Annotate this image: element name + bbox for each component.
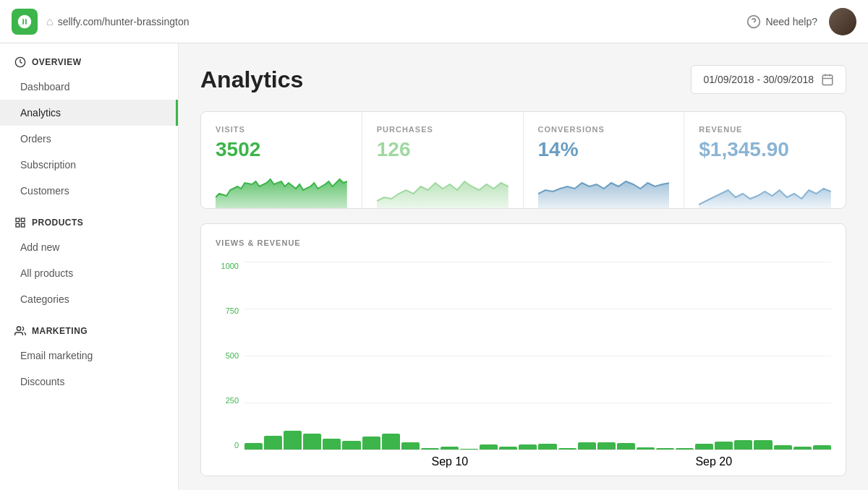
x-label-sep20: Sep 20 — [695, 455, 732, 468]
conversions-label: CONVERSIONS — [538, 125, 670, 134]
help-label: Need help? — [765, 16, 817, 27]
bar-3 — [303, 434, 321, 450]
date-picker[interactable]: 01/09/2018 - 30/09/2018 — [691, 65, 846, 94]
revenue-value: $1,345.90 — [699, 138, 831, 161]
bar-17 — [578, 442, 596, 450]
help-icon — [746, 14, 761, 29]
revenue-label: REVENUE — [699, 125, 831, 134]
sellfy-logo[interactable] — [12, 9, 38, 35]
help-button[interactable]: Need help? — [746, 14, 817, 29]
svg-rect-5 — [21, 223, 25, 227]
bar-19 — [617, 443, 635, 450]
bar-20 — [637, 447, 655, 450]
bar-13 — [499, 447, 517, 450]
calendar-icon — [821, 73, 834, 86]
conversions-value: 14% — [538, 138, 670, 161]
chart-y-axis: 1000 750 500 250 0 — [216, 262, 244, 450]
bar-1 — [264, 436, 282, 450]
avatar-image — [829, 8, 856, 35]
page-title: Analytics — [200, 66, 303, 93]
main-content: Analytics 01/09/2018 - 30/09/2018 VISITS… — [179, 43, 868, 490]
bar-8 — [401, 442, 420, 450]
bar-10 — [441, 447, 459, 450]
x-label-sep10: Sep 10 — [431, 455, 468, 468]
chart-bars — [244, 262, 831, 450]
y-label-750: 750 — [216, 306, 239, 315]
bar-14 — [519, 444, 537, 450]
sidebar-item-orders[interactable]: Orders — [0, 126, 178, 152]
bar-22 — [676, 448, 694, 450]
sidebar-item-subscription[interactable]: Subscription — [0, 152, 178, 178]
y-label-500: 500 — [216, 351, 239, 360]
overview-section-header: OVERVIEW — [0, 43, 178, 74]
sidebar-item-discounts[interactable]: Discounts — [0, 369, 178, 395]
purchases-chart — [377, 168, 509, 208]
svg-rect-8 — [822, 75, 833, 85]
bar-0 — [244, 443, 263, 450]
bar-chart-container: VIEWS & REVENUE 1000 750 500 250 0 — [200, 223, 846, 476]
visits-chart — [216, 168, 347, 208]
overview-label: OVERVIEW — [32, 57, 81, 67]
stat-card-visits: VISITS 3502 — [201, 112, 362, 208]
svg-rect-4 — [21, 218, 25, 222]
overview-icon — [14, 56, 26, 68]
visits-value: 3502 — [216, 138, 347, 161]
purchases-value: 126 — [377, 138, 509, 161]
topbar: ⌂ sellfy.com/hunter-brassington Need hel… — [0, 0, 868, 43]
conversions-chart — [538, 168, 670, 208]
sidebar-item-add-new[interactable]: Add new — [0, 234, 178, 260]
y-label-0: 0 — [216, 441, 239, 450]
marketing-section-header: MARKETING — [0, 312, 178, 343]
bar-12 — [480, 444, 498, 450]
marketing-label: MARKETING — [32, 326, 88, 336]
sidebar: OVERVIEW Dashboard Analytics Orders Subs… — [0, 43, 179, 490]
stat-card-revenue: REVENUE $1,345.90 — [684, 112, 846, 208]
stat-card-conversions: CONVERSIONS 14% — [524, 112, 685, 208]
stat-cards: VISITS 3502 — [200, 111, 846, 209]
bar-16 — [558, 448, 576, 450]
bar-2 — [284, 431, 302, 450]
bar-6 — [362, 437, 380, 450]
chart-area: 1000 750 500 250 0 — [216, 262, 831, 468]
products-icon — [14, 217, 26, 228]
chart-body: Sep 10 Sep 20 — [244, 262, 831, 468]
date-range-text: 01/09/2018 - 30/09/2018 — [703, 74, 814, 85]
stat-card-purchases: PURCHASES 126 — [362, 112, 524, 208]
user-avatar[interactable] — [829, 8, 856, 35]
y-label-1000: 1000 — [216, 262, 239, 270]
products-label: PRODUCTS — [32, 218, 83, 228]
bar-28 — [793, 447, 812, 450]
bar-4 — [323, 439, 341, 450]
page-header: Analytics 01/09/2018 - 30/09/2018 — [200, 65, 846, 94]
grid-line-0 — [244, 450, 831, 450]
chart-x-labels: Sep 10 Sep 20 — [244, 455, 831, 468]
bar-26 — [754, 440, 772, 450]
layout: OVERVIEW Dashboard Analytics Orders Subs… — [0, 43, 868, 490]
svg-rect-3 — [16, 218, 20, 222]
chart-title: VIEWS & REVENUE — [216, 238, 831, 247]
visits-label: VISITS — [216, 125, 347, 134]
bar-18 — [597, 442, 616, 450]
topbar-right: Need help? — [746, 8, 856, 35]
sidebar-item-analytics[interactable]: Analytics — [0, 100, 178, 126]
chart-bars-area — [244, 262, 831, 450]
y-label-250: 250 — [216, 396, 239, 405]
home-icon[interactable]: ⌂ — [46, 15, 54, 28]
sidebar-item-categories[interactable]: Categories — [0, 286, 178, 312]
svg-rect-6 — [16, 223, 20, 227]
bar-25 — [734, 440, 752, 450]
bar-23 — [695, 444, 713, 450]
bar-15 — [538, 444, 556, 450]
sidebar-item-dashboard[interactable]: Dashboard — [0, 74, 178, 100]
purchases-label: PURCHASES — [377, 125, 509, 134]
sidebar-item-customers[interactable]: Customers — [0, 178, 178, 204]
sidebar-item-all-products[interactable]: All products — [0, 260, 178, 286]
marketing-icon — [14, 325, 26, 337]
revenue-chart — [699, 168, 831, 208]
bar-21 — [656, 448, 674, 450]
bar-11 — [460, 449, 478, 450]
bar-7 — [382, 434, 400, 450]
sidebar-item-email-marketing[interactable]: Email marketing — [0, 343, 178, 369]
products-section-header: PRODUCTS — [0, 204, 178, 234]
svg-point-7 — [17, 327, 20, 330]
